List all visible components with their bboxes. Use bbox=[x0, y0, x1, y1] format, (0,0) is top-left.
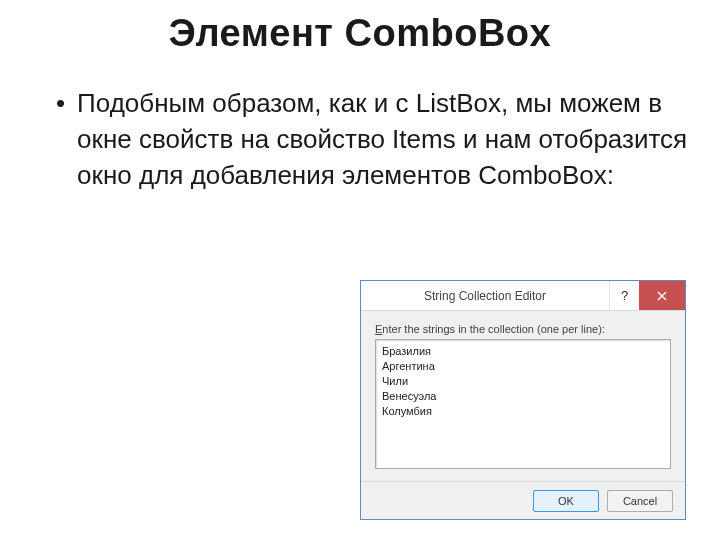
collection-textarea[interactable]: Бразилия Аргентина Чили Венесуэла Колумб… bbox=[375, 339, 671, 469]
collection-line: Бразилия bbox=[382, 344, 664, 359]
collection-line: Колумбия bbox=[382, 404, 664, 419]
help-button[interactable]: ? bbox=[609, 281, 639, 310]
string-collection-editor-dialog: String Collection Editor ? Enter the str… bbox=[360, 280, 686, 520]
dialog-body: Enter the strings in the collection (one… bbox=[361, 311, 685, 473]
bullet-dot: • bbox=[56, 85, 65, 121]
dialog-titlebar[interactable]: String Collection Editor ? bbox=[361, 281, 685, 311]
dialog-hint: Enter the strings in the collection (one… bbox=[375, 323, 671, 335]
collection-line: Венесуэла bbox=[382, 389, 664, 404]
hint-rest: nter the strings in the collection (one … bbox=[382, 323, 605, 335]
slide-title: Элемент ComboBox bbox=[0, 12, 720, 55]
collection-line: Аргентина bbox=[382, 359, 664, 374]
ok-button[interactable]: OK bbox=[533, 490, 599, 512]
close-button[interactable] bbox=[639, 281, 685, 310]
bullet-item: • Подобным образом, как и с ListBox, мы … bbox=[56, 85, 688, 193]
collection-line: Чили bbox=[382, 374, 664, 389]
slide-body: • Подобным образом, как и с ListBox, мы … bbox=[0, 85, 720, 193]
slide: Элемент ComboBox • Подобным образом, как… bbox=[0, 12, 720, 540]
bullet-text: Подобным образом, как и с ListBox, мы мо… bbox=[77, 85, 688, 193]
cancel-button[interactable]: Cancel bbox=[607, 490, 673, 512]
dialog-title: String Collection Editor bbox=[361, 281, 609, 310]
dialog-footer: OK Cancel bbox=[361, 481, 685, 519]
close-icon bbox=[657, 291, 667, 301]
